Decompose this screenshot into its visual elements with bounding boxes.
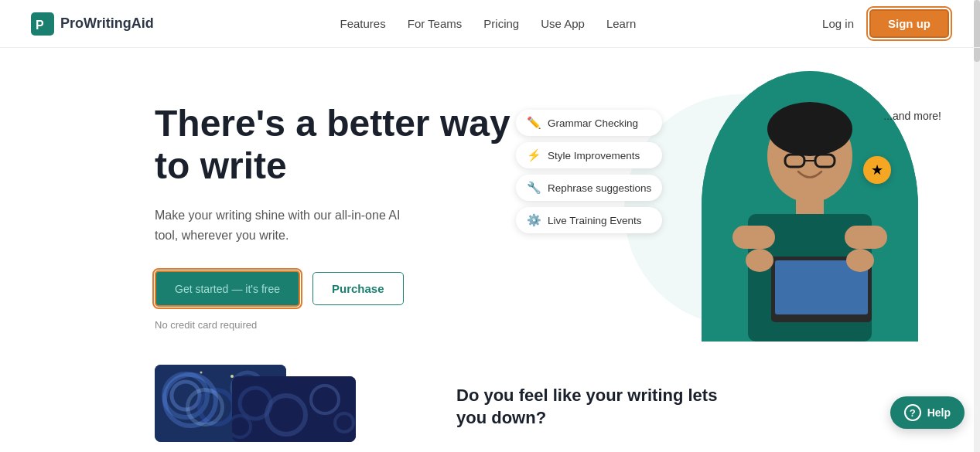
logo-text: ProWritingAid: [60, 15, 154, 32]
hero-subtitle: Make your writing shine with our all-in-…: [155, 206, 402, 245]
nav-item-learn[interactable]: Learn: [606, 17, 636, 30]
nav-links: Features For Teams Pricing Use App Learn: [340, 17, 637, 31]
hero-illustration: ✏️ Grammar Checking ⚡ Style Improvements…: [500, 48, 980, 372]
pill-style-label: Style Improvements: [548, 150, 640, 161]
svg-rect-13: [845, 226, 887, 249]
nav-item-use-app[interactable]: Use App: [541, 17, 585, 30]
svg-point-4: [767, 102, 852, 156]
svg-rect-12: [732, 226, 775, 249]
svg-text:P: P: [36, 19, 44, 32]
logo-icon: P: [31, 12, 54, 36]
scrollbar[interactable]: [974, 0, 980, 452]
training-icon: ⚙️: [527, 213, 541, 227]
nav-right: Log in Sign up: [822, 9, 949, 38]
no-credit-text: No credit card required: [155, 319, 526, 331]
svg-point-17: [164, 374, 207, 417]
pill-grammar: ✏️ Grammar Checking: [516, 110, 662, 136]
help-icon: ?: [904, 404, 921, 421]
hero-buttons: Get started — it's free Purchase: [155, 270, 526, 307]
login-link[interactable]: Log in: [822, 17, 854, 30]
logo[interactable]: P ProWritingAid: [31, 12, 154, 36]
bottom-text-block: Do you feel like your writing lets you d…: [456, 385, 750, 429]
grammar-icon: ✏️: [527, 116, 541, 130]
swirl-svg-2: [232, 376, 356, 442]
pill-grammar-label: Grammar Checking: [548, 117, 638, 129]
pill-training-label: Live Training Events: [548, 215, 642, 226]
pill-rephrase-label: Rephrase suggestions: [548, 182, 651, 194]
navbar: P ProWritingAid Features For Teams Prici…: [0, 0, 980, 48]
purchase-button[interactable]: Purchase: [312, 272, 404, 305]
svg-point-24: [200, 372, 203, 374]
hero-title: There's a better way to write: [155, 102, 526, 187]
star-icon: ★: [871, 161, 883, 178]
get-started-button[interactable]: Get started — it's free: [155, 270, 300, 307]
pill-style: ⚡ Style Improvements: [516, 142, 662, 168]
star-badge: ★: [863, 156, 891, 184]
bottom-image-container: [155, 365, 410, 450]
nav-item-pricing[interactable]: Pricing: [483, 17, 519, 30]
pill-rephrase: 🔧 Rephrase suggestions: [516, 175, 662, 201]
help-label: Help: [927, 406, 951, 419]
help-button[interactable]: ? Help: [890, 396, 965, 429]
svg-point-14: [746, 249, 773, 272]
rephrase-icon: 🔧: [527, 181, 541, 195]
nav-item-for-teams[interactable]: For Teams: [408, 17, 463, 30]
and-more-text: ...and more!: [883, 110, 941, 122]
svg-point-18: [172, 382, 200, 410]
pill-training: ⚙️ Live Training Events: [516, 207, 662, 233]
hero-section: There's a better way to write Make your …: [0, 48, 980, 357]
hero-left: There's a better way to write Make your …: [155, 87, 526, 331]
bottom-title: Do you feel like your writing lets you d…: [456, 385, 750, 429]
style-icon: ⚡: [527, 148, 541, 162]
feature-pills: ✏️ Grammar Checking ⚡ Style Improvements…: [516, 110, 662, 233]
signup-button[interactable]: Sign up: [869, 9, 949, 38]
nav-item-features[interactable]: Features: [340, 17, 386, 30]
svg-point-15: [846, 249, 874, 272]
starry-night-image-2: [232, 376, 356, 442]
